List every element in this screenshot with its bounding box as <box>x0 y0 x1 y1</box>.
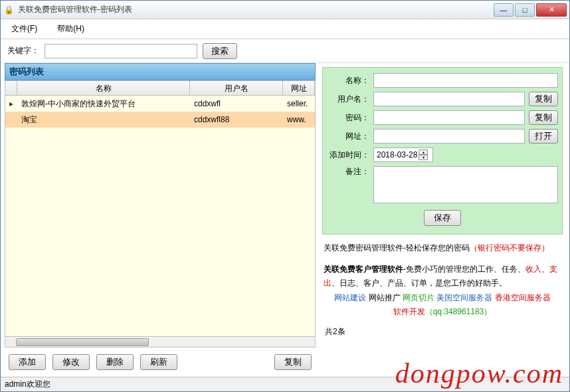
add-button[interactable]: 添加 <box>9 354 46 370</box>
window-title: 关联免费密码管理软件-密码列表 <box>18 4 494 15</box>
count-label: 共2条 <box>322 326 563 338</box>
menu-help[interactable]: 帮助(H) <box>53 21 88 37</box>
name-label: 名称： <box>327 75 369 86</box>
ad-line-2: 关联免费客户管理软件-免费小巧的管理您的工作、任务、收入、支出、日志、客户、产品… <box>324 262 561 291</box>
ad-line-4: 软件开发（qq:348961183） <box>324 305 561 320</box>
refresh-button[interactable]: 刷新 <box>140 354 177 370</box>
cell-url: www. <box>283 113 315 126</box>
table-row[interactable]: ▸ 敦煌网-中小商家的快速外贸平台 cddxwfl seller. <box>5 96 315 112</box>
menubar: 文件(F) 帮助(H) <box>1 19 569 39</box>
maximize-button[interactable]: □ <box>515 3 535 17</box>
date-spinner[interactable]: ▴▾ <box>419 149 428 160</box>
titlebar: 🔒 关联免费密码管理软件-密码列表 — □ ✕ <box>1 1 569 19</box>
cell-user: cddxwfl88 <box>190 113 283 126</box>
statusbar: admin欢迎您 <box>1 377 569 391</box>
search-input[interactable] <box>45 44 197 58</box>
horizontal-scrollbar[interactable] <box>5 336 315 347</box>
right-panel: 名称： 用户名： 复制 密码： 复制 网址： 打开 <box>320 63 569 377</box>
pwd-field[interactable] <box>373 110 525 125</box>
col-user[interactable]: 用户名 <box>190 81 283 95</box>
pwd-label: 密码： <box>327 112 369 124</box>
ad-line-1: 关联免费密码管理软件-轻松保存您的密码（银行密码不要保存） <box>324 241 561 256</box>
date-label: 添加时间： <box>327 149 369 161</box>
row-marker-icon: ▸ <box>5 99 17 108</box>
note-field[interactable] <box>373 166 558 203</box>
name-field[interactable] <box>373 73 558 88</box>
cell-name: 淘宝 <box>17 112 190 128</box>
list-header: 密码列表 <box>5 63 316 80</box>
content: 密码列表 名称 用户名 网址 ▸ 敦煌网-中小商家的快速外贸平台 cddxwfl… <box>1 63 569 377</box>
cell-user: cddxwfl <box>190 97 283 110</box>
menu-file[interactable]: 文件(F) <box>7 21 41 37</box>
lock-icon: 🔒 <box>3 5 14 15</box>
col-marker <box>5 81 17 95</box>
chevron-up-icon[interactable]: ▴ <box>419 149 428 155</box>
grid-head: 名称 用户名 网址 <box>5 81 315 96</box>
bottom-buttons: 添加 修改 删除 刷新 复制 <box>5 347 316 377</box>
note-label: 备注： <box>327 166 369 177</box>
app-window: 🔒 关联免费密码管理软件-密码列表 — □ ✕ 文件(F) 帮助(H) 关键字：… <box>0 0 570 392</box>
search-label: 关键字： <box>7 45 39 56</box>
copy-pwd-button[interactable]: 复制 <box>529 110 558 125</box>
edit-button[interactable]: 修改 <box>52 354 90 370</box>
left-panel: 密码列表 名称 用户名 网址 ▸ 敦煌网-中小商家的快速外贸平台 cddxwfl… <box>1 63 320 377</box>
chevron-down-icon[interactable]: ▾ <box>419 155 428 160</box>
ad-line-3: 网站建设 网站推广 网页切片 美国空间服务器 香港空间服务器 <box>324 291 561 306</box>
save-button[interactable]: 保存 <box>424 210 461 226</box>
window-buttons: — □ ✕ <box>494 3 567 17</box>
user-field[interactable] <box>373 92 525 106</box>
scrollbar-thumb[interactable] <box>16 338 149 346</box>
detail-form: 名称： 用户名： 复制 密码： 复制 网址： 打开 <box>322 67 563 235</box>
delete-button[interactable]: 删除 <box>96 354 134 370</box>
user-label: 用户名： <box>327 94 369 105</box>
date-value: 2018-03-28 <box>377 150 417 159</box>
date-field[interactable]: 2018-03-28 ▴▾ <box>373 147 433 162</box>
copy-button[interactable]: 复制 <box>274 354 312 370</box>
col-name[interactable]: 名称 <box>17 81 190 95</box>
close-button[interactable]: ✕ <box>536 3 567 17</box>
password-grid: 名称 用户名 网址 ▸ 敦煌网-中小商家的快速外贸平台 cddxwfl sell… <box>5 80 316 347</box>
open-url-button[interactable]: 打开 <box>529 129 558 144</box>
minimize-button[interactable]: — <box>494 3 514 17</box>
cell-url: seller. <box>283 97 315 110</box>
url-field[interactable] <box>373 129 525 144</box>
status-text: admin欢迎您 <box>5 379 50 390</box>
cell-name: 敦煌网-中小商家的快速外贸平台 <box>17 96 190 112</box>
url-label: 网址： <box>327 131 369 142</box>
searchbar: 关键字： 搜索 <box>1 39 569 63</box>
table-row[interactable]: 淘宝 cddxwfl88 www. <box>5 112 315 128</box>
col-url[interactable]: 网址 <box>283 81 315 95</box>
ads-panel: 关联免费密码管理软件-轻松保存您的密码（银行密码不要保存） 关联免费客户管理软件… <box>322 235 563 326</box>
copy-user-button[interactable]: 复制 <box>529 92 558 106</box>
search-button[interactable]: 搜索 <box>203 43 237 59</box>
